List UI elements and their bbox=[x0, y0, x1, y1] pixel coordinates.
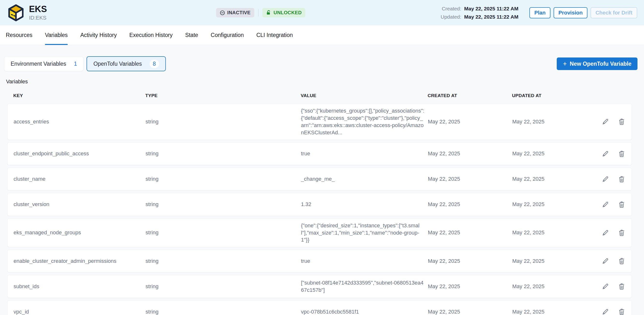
unlocked-padlock-icon bbox=[266, 10, 272, 15]
variable-updated-at: May 22, 2025 bbox=[512, 150, 602, 157]
edit-variable-button[interactable] bbox=[602, 283, 609, 290]
variable-value: true bbox=[301, 258, 428, 265]
new-opentofu-variable-button[interactable]: + New OpenTofu Variable bbox=[557, 57, 638, 70]
variable-type: string bbox=[146, 150, 301, 157]
table-body: access_entries string {"sso":{"kubernete… bbox=[7, 104, 632, 315]
plus-icon: + bbox=[563, 60, 567, 67]
edit-variable-button[interactable] bbox=[602, 201, 609, 208]
environment-variables-subtab[interactable]: Environment Variables 1 bbox=[4, 56, 84, 71]
edit-variable-button[interactable] bbox=[602, 150, 609, 157]
column-header-created-at: CREATED AT bbox=[428, 93, 512, 98]
delete-variable-button[interactable] bbox=[618, 229, 626, 237]
provision-button[interactable]: Provision bbox=[554, 7, 588, 18]
variable-type: string bbox=[146, 230, 301, 236]
header-right: Created: May 22, 2025 11:22 AM Updated: … bbox=[439, 6, 637, 20]
edit-variable-button[interactable] bbox=[602, 118, 609, 125]
variable-value: vpc-078b51c6cbc5581f1 bbox=[301, 308, 428, 315]
delete-variable-button[interactable] bbox=[618, 308, 626, 315]
page-title: EKS bbox=[29, 4, 47, 14]
variable-value: {"one":{"desired_size":1,"instance_types… bbox=[301, 222, 428, 244]
variable-created-at: May 22, 2025 bbox=[428, 258, 512, 264]
delete-variable-button[interactable] bbox=[618, 150, 626, 157]
delete-variable-button[interactable] bbox=[618, 201, 626, 208]
tab-variables[interactable]: Variables bbox=[45, 25, 68, 45]
tab-cli-integration[interactable]: CLI Integration bbox=[256, 25, 293, 45]
row-actions bbox=[602, 283, 633, 290]
updated-line: Updated: May 22, 2025 11:22 AM bbox=[439, 14, 518, 20]
variable-updated-at: May 22, 2025 bbox=[512, 283, 602, 290]
pencil-icon bbox=[602, 257, 609, 265]
row-actions bbox=[602, 201, 633, 208]
edit-variable-button[interactable] bbox=[602, 229, 609, 237]
tab-activity-history[interactable]: Activity History bbox=[80, 25, 117, 45]
opentofu-cube-logo bbox=[7, 4, 25, 21]
variable-value: {"sso":{"kubernetes_groups":[],"policy_a… bbox=[301, 107, 428, 136]
row-actions bbox=[602, 118, 633, 125]
column-header-updated-at: UPDATED AT bbox=[512, 93, 602, 98]
delete-variable-button[interactable] bbox=[618, 175, 626, 183]
variable-key: access_entries bbox=[14, 119, 146, 125]
opentofu-variables-subtab[interactable]: OpenTofu Variables 8 bbox=[86, 56, 166, 71]
variable-created-at: May 22, 2025 bbox=[428, 230, 512, 236]
created-label: Created: bbox=[439, 6, 461, 11]
plan-button[interactable]: Plan bbox=[530, 7, 550, 18]
header-actions: Plan Provision Check for Drift bbox=[530, 7, 637, 18]
created-value: May 22, 2025 11:22 AM bbox=[464, 6, 518, 11]
app-header: EKS ID:EKS INACTIVE UNLOCKED Created: Ma… bbox=[0, 0, 644, 25]
edit-variable-button[interactable] bbox=[602, 257, 609, 265]
environment-tabbar: Resources Variables Activity History Exe… bbox=[0, 25, 644, 45]
edit-variable-button[interactable] bbox=[602, 308, 609, 315]
table-row: access_entries string {"sso":{"kubernete… bbox=[7, 104, 632, 140]
delete-variable-button[interactable] bbox=[618, 283, 626, 290]
variable-type: string bbox=[146, 201, 301, 208]
variable-key: eks_managed_node_groups bbox=[14, 230, 146, 236]
variable-type: string bbox=[146, 119, 301, 125]
status-badge: INACTIVE bbox=[216, 8, 254, 17]
variable-updated-at: May 22, 2025 bbox=[512, 176, 602, 182]
variable-value: true bbox=[301, 150, 428, 157]
trash-icon bbox=[618, 118, 626, 125]
variable-type: string bbox=[146, 283, 301, 290]
column-header-value: VALUE bbox=[301, 93, 428, 98]
lock-badge-label: UNLOCKED bbox=[274, 10, 302, 15]
tab-resources[interactable]: Resources bbox=[6, 25, 32, 45]
variable-updated-at: May 22, 2025 bbox=[512, 258, 602, 264]
trash-icon bbox=[618, 150, 626, 157]
pencil-icon bbox=[602, 308, 609, 315]
edit-variable-button[interactable] bbox=[602, 175, 609, 183]
variable-updated-at: May 22, 2025 bbox=[512, 201, 602, 208]
tab-configuration[interactable]: Configuration bbox=[211, 25, 244, 45]
table-row: eks_managed_node_groups string {"one":{"… bbox=[7, 218, 632, 247]
brand-text: EKS ID:EKS bbox=[29, 4, 47, 21]
trash-icon bbox=[618, 283, 626, 290]
environment-id: ID:EKS bbox=[29, 15, 47, 21]
variable-type: string bbox=[146, 258, 301, 264]
pencil-icon bbox=[602, 283, 609, 290]
variable-type: string bbox=[146, 176, 301, 182]
tab-execution-history[interactable]: Execution History bbox=[129, 25, 172, 45]
trash-icon bbox=[618, 201, 626, 208]
trash-icon bbox=[618, 229, 626, 237]
created-line: Created: May 22, 2025 11:22 AM bbox=[439, 6, 518, 11]
variables-section-title: Variables bbox=[6, 78, 638, 85]
delete-variable-button[interactable] bbox=[618, 118, 626, 125]
delete-variable-button[interactable] bbox=[618, 257, 626, 265]
variable-key: cluster_version bbox=[14, 201, 146, 208]
check-for-drift-button[interactable]: Check for Drift bbox=[590, 7, 637, 18]
tab-state[interactable]: State bbox=[185, 25, 198, 45]
table-row: cluster_endpoint_public_access string tr… bbox=[7, 142, 632, 165]
variable-key: enable_cluster_creator_admin_permissions bbox=[14, 258, 146, 264]
table-row: enable_cluster_creator_admin_permissions… bbox=[7, 250, 632, 273]
row-actions bbox=[602, 257, 633, 265]
row-actions bbox=[602, 175, 633, 183]
new-opentofu-variable-label: New OpenTofu Variable bbox=[570, 61, 632, 67]
column-header-actions bbox=[602, 93, 632, 98]
trash-icon bbox=[618, 308, 626, 315]
variable-created-at: May 22, 2025 bbox=[428, 119, 512, 125]
table-header-row: KEY TYPE VALUE CREATED AT UPDATED AT bbox=[7, 85, 632, 104]
opentofu-variables-label: OpenTofu Variables bbox=[93, 61, 142, 67]
environment-variables-label: Environment Variables bbox=[11, 61, 66, 67]
table-row: cluster_version string 1.32 May 22, 2025… bbox=[7, 193, 632, 216]
column-header-key: KEY bbox=[13, 93, 145, 98]
variable-created-at: May 22, 2025 bbox=[428, 309, 512, 315]
